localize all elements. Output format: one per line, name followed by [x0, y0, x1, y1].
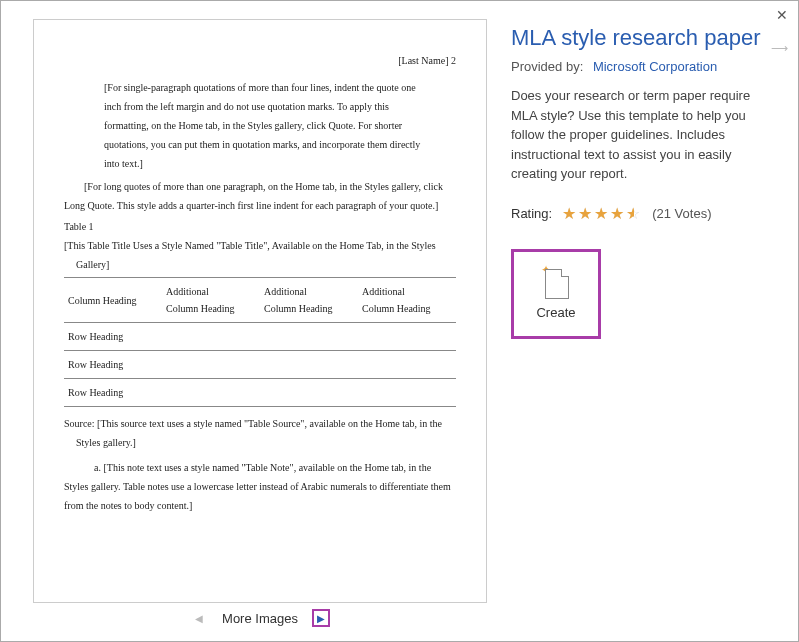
col-heading: AdditionalColumn Heading [162, 278, 260, 323]
preview-pane: [Last Name] 2 [For single-paragraph quot… [1, 1, 501, 641]
rating-stars: ☆★ ☆★ ☆★ ☆★ ☆★ [562, 204, 642, 223]
page-header: [Last Name] 2 [64, 52, 456, 69]
template-preview-dialog: ✕ ⟶ [Last Name] 2 [For single-paragraph … [0, 0, 799, 642]
quote-line: into text.] [104, 155, 456, 172]
create-button[interactable]: ✦ Create [511, 249, 601, 339]
provider-link[interactable]: Microsoft Corporation [593, 59, 717, 74]
votes-count: (21 Votes) [652, 206, 711, 221]
quote-line: [For single-paragraph quotations of more… [104, 79, 456, 96]
next-image-button[interactable]: ▶ [312, 609, 330, 627]
table-row: Row Heading [64, 323, 456, 351]
quote-line: formatting, on the Home tab, in the Styl… [104, 117, 456, 134]
more-images-label: More Images [222, 611, 298, 626]
pin-icon[interactable]: ⟶ [771, 41, 788, 55]
image-nav: ◀ More Images ▶ [33, 603, 487, 631]
longquote-line: [For long quotes of more than one paragr… [84, 178, 456, 195]
rating-label: Rating: [511, 206, 552, 221]
star-icon: ☆★ [594, 204, 610, 223]
table-row: Row Heading [64, 351, 456, 379]
details-pane: MLA style research paper Provided by: Mi… [501, 1, 798, 641]
note-line: a. [This note text uses a style named "T… [94, 459, 456, 476]
new-document-icon: ✦ [543, 267, 569, 299]
note-line: from the notes to body content.] [64, 497, 456, 514]
star-icon: ☆★ [578, 204, 594, 223]
col-heading: AdditionalColumn Heading [358, 278, 456, 323]
table-title-line: Gallery] [76, 256, 456, 273]
source-line: Styles gallery.] [76, 434, 456, 451]
rating-row: Rating: ☆★ ☆★ ☆★ ☆★ ☆★ (21 Votes) [511, 204, 768, 223]
template-description: Does your research or term paper require… [511, 86, 768, 184]
prev-image-button[interactable]: ◀ [190, 609, 208, 627]
create-label: Create [536, 305, 575, 320]
table-title-line: [This Table Title Uses a Style Named "Ta… [64, 237, 456, 254]
close-icon[interactable]: ✕ [776, 7, 788, 23]
document-preview: [Last Name] 2 [For single-paragraph quot… [33, 19, 487, 603]
col-heading: Column Heading [64, 278, 162, 323]
quote-line: inch from the left margin and do not use… [104, 98, 456, 115]
template-title: MLA style research paper [511, 25, 768, 51]
table-number: Table 1 [64, 218, 456, 235]
provided-label: Provided by: [511, 59, 583, 74]
source-line: Source: [This source text uses a style n… [64, 415, 456, 432]
preview-table: Column Heading AdditionalColumn Heading … [64, 277, 456, 407]
table-row: Row Heading [64, 379, 456, 407]
star-icon: ☆★ [610, 204, 626, 223]
longquote-line: Long Quote. This style adds a quarter-in… [64, 197, 456, 214]
quote-line: quotations, you can put them in quotatio… [104, 136, 456, 153]
col-heading: AdditionalColumn Heading [260, 278, 358, 323]
note-line: Styles gallery. Table notes use a lowerc… [64, 478, 456, 495]
star-icon: ☆★ [562, 204, 578, 223]
star-icon: ☆★ [626, 204, 642, 223]
provided-by: Provided by: Microsoft Corporation [511, 59, 768, 74]
